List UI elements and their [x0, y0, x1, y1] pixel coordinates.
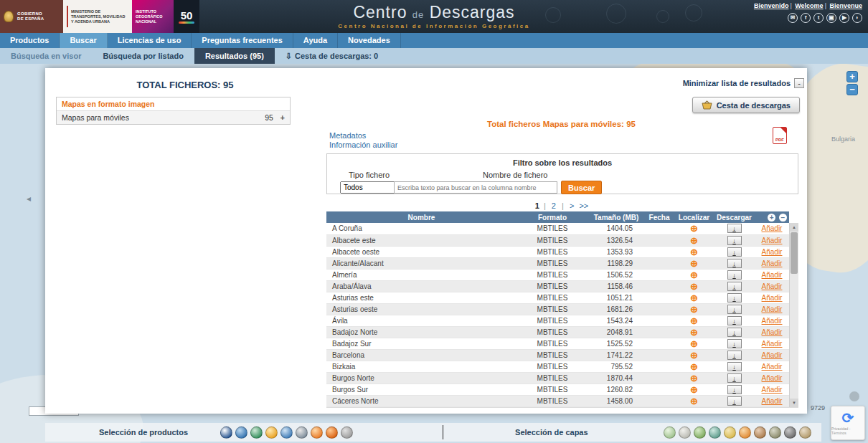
- gobierno-logo[interactable]: GOBIERNO DE ESPAÑA: [0, 0, 63, 33]
- col-nombre[interactable]: Nombre: [326, 211, 516, 223]
- ign-logo[interactable]: INSTITUTO GEOGRÁFICO NACIONAL: [132, 0, 174, 33]
- anadir-link[interactable]: Añadir: [762, 282, 783, 290]
- descargar-icon[interactable]: ↓: [727, 351, 742, 360]
- descargar-icon[interactable]: ↓: [727, 224, 742, 233]
- col-tamano[interactable]: Tamaño (MB): [588, 211, 644, 223]
- zoom-out-button[interactable]: −: [846, 84, 858, 95]
- scrollbar-thumb[interactable]: [791, 232, 798, 274]
- anadir-link[interactable]: Añadir: [762, 237, 783, 244]
- col-formato[interactable]: Formato: [516, 211, 588, 223]
- capa-icon-3[interactable]: [694, 427, 706, 439]
- twitter-icon[interactable]: t: [813, 13, 824, 23]
- anadir-link[interactable]: Añadir: [762, 340, 783, 348]
- table-row[interactable]: Albacete oeste MBTILES 1353.93 ⊕ ↓ Añadi…: [326, 246, 789, 257]
- capa-icon-9[interactable]: [784, 427, 796, 439]
- anadir-link[interactable]: Añadir: [762, 351, 783, 359]
- capa-icon-10[interactable]: [799, 427, 811, 439]
- producto-icon-9[interactable]: [341, 427, 353, 439]
- producto-icon-8[interactable]: [326, 427, 338, 439]
- producto-icon-6[interactable]: [296, 427, 308, 439]
- descargar-icon[interactable]: ↓: [727, 293, 742, 303]
- anadir-link[interactable]: Añadir: [762, 328, 783, 336]
- buscar-button[interactable]: Buscar: [561, 181, 602, 194]
- tab-busqueda-listado[interactable]: Búsqueda por listado: [92, 48, 194, 64]
- table-row[interactable]: Burgos Sur MBTILES 1260.82 ⊕ ↓ Añadir: [326, 384, 789, 395]
- anadir-link[interactable]: Añadir: [762, 397, 783, 405]
- informacion-auxiliar-link[interactable]: Información auxiliar: [329, 140, 397, 149]
- welcome-link-en[interactable]: Welcome: [795, 2, 823, 9]
- producto-icon-7[interactable]: [311, 427, 323, 439]
- nav-novedades[interactable]: Novedades: [338, 33, 401, 48]
- facebook-icon[interactable]: f: [801, 13, 811, 23]
- anadir-link[interactable]: Añadir: [762, 305, 783, 313]
- localizar-icon[interactable]: ⊕: [690, 339, 698, 348]
- scroll-down-button[interactable]: ▼: [790, 399, 798, 407]
- cesta-descargas-button[interactable]: Cesta de descargas: [692, 97, 800, 113]
- minimize-button[interactable]: -: [794, 78, 804, 88]
- table-row[interactable]: Ávila MBTILES 1543.24 ⊕ ↓ Añadir: [326, 315, 789, 326]
- capa-icon-7[interactable]: [754, 427, 766, 439]
- localizar-icon[interactable]: ⊕: [690, 305, 698, 314]
- table-row[interactable]: A Coruña MBTILES 1404.05 ⊕ ↓ Añadir: [326, 223, 789, 234]
- localizar-icon[interactable]: ⊕: [690, 362, 698, 371]
- table-row[interactable]: Albacete este MBTILES 1326.54 ⊕ ↓ Añadir: [326, 234, 789, 246]
- page-next-link[interactable]: >: [570, 201, 574, 210]
- localizar-icon[interactable]: ⊕: [690, 408, 698, 409]
- localizar-icon[interactable]: ⊕: [690, 396, 698, 406]
- capa-icon-1[interactable]: [664, 427, 676, 439]
- capa-icon-4[interactable]: [709, 427, 721, 439]
- descargar-icon[interactable]: ↓: [727, 408, 742, 409]
- table-row[interactable]: Badajoz Sur MBTILES 1525.52 ⊕ ↓ Añadir: [326, 338, 789, 349]
- table-row[interactable]: Burgos Norte MBTILES 1870.44 ⊕ ↓ Añadir: [326, 372, 789, 384]
- col-fecha[interactable]: Fecha: [644, 211, 674, 223]
- table-row[interactable]: Almería MBTILES 1506.52 ⊕ ↓ Añadir: [326, 269, 789, 280]
- descargar-icon[interactable]: ↓: [727, 282, 742, 291]
- table-row[interactable]: Barcelona MBTILES 1741.22 ⊕ ↓ Añadir: [326, 349, 789, 361]
- descargar-icon[interactable]: ↓: [727, 362, 742, 371]
- table-row[interactable]: Bizkaia MBTILES 795.52 ⊕ ↓ Añadir: [326, 361, 789, 372]
- producto-icon-5[interactable]: [280, 427, 293, 439]
- anadir-link[interactable]: Añadir: [762, 294, 783, 302]
- zoom-in-button[interactable]: +: [846, 71, 858, 82]
- localizar-icon[interactable]: ⊕: [690, 351, 698, 360]
- nombre-fichero-input[interactable]: [394, 181, 557, 194]
- descargar-icon[interactable]: ↓: [727, 270, 742, 280]
- table-row[interactable]: Cáceres Norte MBTILES 1458.00 ⊕ ↓ Añadir: [326, 395, 789, 406]
- descargar-icon[interactable]: ↓: [727, 259, 742, 268]
- page-2-link[interactable]: 2: [552, 201, 556, 210]
- panel-collapse-arrow[interactable]: ◂: [27, 194, 31, 204]
- metadatos-link[interactable]: Metadatos: [329, 131, 366, 140]
- capa-icon-5[interactable]: [724, 427, 736, 439]
- localizar-icon[interactable]: ⊕: [690, 259, 698, 268]
- anadir-link[interactable]: Añadir: [762, 363, 783, 371]
- nav-productos[interactable]: Productos: [0, 33, 60, 48]
- expand-all-button[interactable]: +: [768, 214, 775, 222]
- localizar-icon[interactable]: ⊕: [690, 385, 698, 394]
- localizar-icon[interactable]: ⊕: [690, 224, 698, 233]
- table-row[interactable]: Asturias oeste MBTILES 1681.26 ⊕ ↓ Añadi…: [326, 303, 789, 315]
- map-control-dot[interactable]: [849, 391, 859, 401]
- anadir-link[interactable]: Añadir: [762, 224, 783, 232]
- producto-icon-3[interactable]: [250, 427, 263, 439]
- producto-icon-2[interactable]: [235, 427, 247, 439]
- table-row[interactable]: Asturias este MBTILES 1051.21 ⊕ ↓ Añadir: [326, 292, 789, 303]
- localizar-icon[interactable]: ⊕: [690, 293, 698, 303]
- welcome-link-fr[interactable]: Bienvenue: [829, 2, 862, 9]
- table-row[interactable]: Cáceres Sur MBTILES 1805.88 ⊕ ↓ Añadir: [326, 406, 789, 408]
- tab-resultados[interactable]: Resultados (95): [194, 48, 275, 64]
- email-icon[interactable]: ✉: [788, 13, 798, 23]
- page-last-link[interactable]: >>: [579, 201, 588, 210]
- descargar-icon[interactable]: ↓: [727, 236, 742, 245]
- localizar-icon[interactable]: ⊕: [690, 328, 698, 337]
- tab-busqueda-visor[interactable]: Búsqueda en visor: [0, 48, 92, 64]
- producto-icon-4[interactable]: [265, 427, 278, 439]
- localizar-icon[interactable]: ⊕: [690, 316, 698, 325]
- descargar-icon[interactable]: ↓: [727, 385, 742, 394]
- instagram-icon[interactable]: ▣: [826, 13, 836, 23]
- descargar-icon[interactable]: ↓: [727, 373, 742, 383]
- tab-cesta-descargas[interactable]: ⇩Cesta de descargas: 0: [275, 48, 389, 64]
- descargar-icon[interactable]: ↓: [727, 328, 742, 337]
- nav-preguntas[interactable]: Preguntas frecuentes: [192, 33, 293, 48]
- welcome-link-es[interactable]: Bienvenido: [754, 2, 789, 9]
- table-row[interactable]: Araba/Álava MBTILES 1158.46 ⊕ ↓ Añadir: [326, 280, 789, 292]
